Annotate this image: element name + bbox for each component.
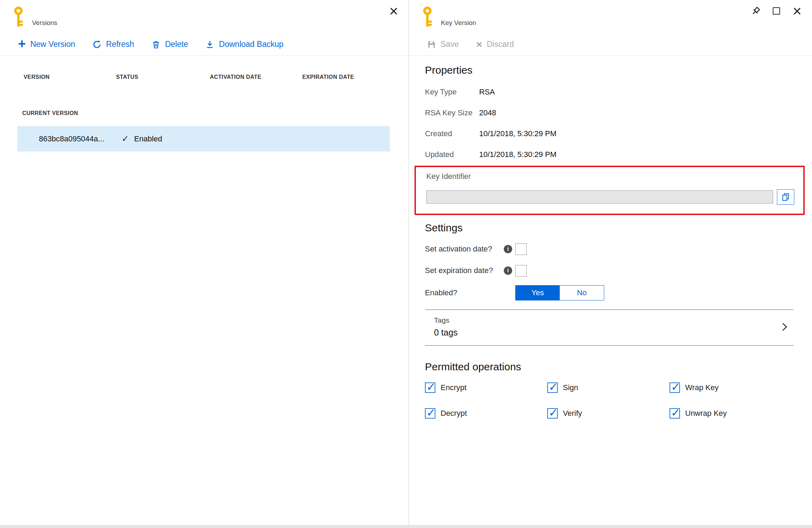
save-button[interactable]: Save bbox=[427, 40, 459, 49]
field-key-type: Key Type RSA bbox=[425, 87, 794, 97]
settings-heading: Settings bbox=[425, 222, 794, 234]
close-icon[interactable]: × bbox=[389, 5, 398, 17]
versions-panel-header: Versions × bbox=[0, 0, 409, 33]
trash-icon bbox=[151, 40, 161, 49]
op-verify: Verify bbox=[547, 408, 670, 419]
field-label: Key Type bbox=[425, 87, 479, 97]
copy-icon bbox=[781, 192, 790, 201]
key-identifier-input[interactable] bbox=[426, 190, 773, 204]
field-value: RSA bbox=[479, 87, 495, 97]
key-version-header-actions: × bbox=[751, 5, 802, 17]
encrypt-checkbox[interactable] bbox=[425, 382, 435, 393]
versions-panel: Versions × + New Version Refresh bbox=[0, 0, 409, 528]
permitted-operations-grid: Encrypt Sign Wrap Key Decrypt Verify bbox=[425, 382, 794, 419]
op-label: Unwrap Key bbox=[685, 409, 727, 418]
tags-count: 0 tags bbox=[434, 328, 458, 338]
op-decrypt: Decrypt bbox=[425, 408, 547, 419]
enabled-yes-button[interactable]: Yes bbox=[516, 286, 560, 300]
set-activation-row: Set activation date? i bbox=[425, 243, 794, 255]
key-version-panel-header: Key Version × bbox=[409, 0, 812, 33]
op-sign: Sign bbox=[547, 382, 670, 393]
save-label: Save bbox=[441, 40, 459, 49]
tags-text: Tags 0 tags bbox=[434, 316, 458, 338]
set-activation-checkbox[interactable] bbox=[515, 244, 527, 255]
version-status: ✓ Enabled bbox=[122, 134, 162, 144]
close-icon[interactable]: × bbox=[793, 5, 802, 17]
field-value: 10/1/2018, 5:30:29 PM bbox=[479, 129, 557, 139]
new-version-button[interactable]: + New Version bbox=[18, 40, 75, 49]
discard-x-icon: × bbox=[476, 40, 482, 49]
key-icon bbox=[421, 7, 433, 27]
versions-table-header: VERSION STATUS ACTIVATION DATE EXPIRATIO… bbox=[0, 74, 409, 80]
versions-header-actions: × bbox=[389, 5, 398, 17]
discard-label: Discard bbox=[487, 40, 514, 49]
op-unwrap-key: Unwrap Key bbox=[670, 408, 794, 419]
field-updated: Updated 10/1/2018, 5:30:29 PM bbox=[425, 150, 794, 159]
key-version-panel: Key Version × bbox=[409, 0, 812, 528]
key-version-toolbar: Save × Discard bbox=[409, 33, 812, 56]
permitted-operations-heading: Permitted operations bbox=[425, 361, 794, 373]
discard-button[interactable]: × Discard bbox=[476, 40, 514, 49]
status-text: Enabled bbox=[134, 134, 162, 143]
key-icon bbox=[13, 7, 24, 27]
plus-icon: + bbox=[18, 39, 26, 49]
new-version-label: New Version bbox=[30, 40, 75, 49]
op-wrap-key: Wrap Key bbox=[670, 382, 794, 393]
info-icon[interactable]: i bbox=[504, 266, 512, 275]
info-icon[interactable]: i bbox=[504, 245, 512, 253]
enabled-toggle: Yes No bbox=[515, 285, 604, 300]
tags-row[interactable]: Tags 0 tags bbox=[425, 310, 794, 346]
key-vault-window: Versions × + New Version Refresh bbox=[0, 0, 812, 528]
copy-button[interactable] bbox=[777, 189, 794, 205]
refresh-label: Refresh bbox=[106, 40, 134, 49]
set-activation-label: Set activation date? bbox=[425, 245, 504, 254]
field-created: Created 10/1/2018, 5:30:29 PM bbox=[425, 129, 794, 139]
save-icon bbox=[427, 40, 436, 49]
download-icon bbox=[205, 40, 214, 49]
field-value: 2048 bbox=[479, 108, 496, 118]
enabled-no-button[interactable]: No bbox=[560, 286, 604, 300]
column-header-expiration: EXPIRATION DATE bbox=[302, 74, 409, 80]
set-expiration-row: Set expiration date? i bbox=[425, 264, 794, 277]
pin-icon[interactable] bbox=[751, 7, 760, 16]
versions-panel-title: Versions bbox=[32, 19, 57, 27]
maximize-icon[interactable] bbox=[773, 7, 780, 15]
window-bottom-edge bbox=[0, 525, 812, 528]
field-label: Created bbox=[425, 129, 479, 139]
key-identifier-label: Key Identifier bbox=[426, 172, 794, 181]
versions-toolbar: + New Version Refresh Delete bbox=[0, 33, 409, 56]
current-version-label: CURRENT VERSION bbox=[0, 110, 409, 116]
set-expiration-label: Set expiration date? bbox=[425, 266, 504, 275]
field-label: RSA Key Size bbox=[425, 108, 479, 118]
delete-button[interactable]: Delete bbox=[151, 40, 188, 49]
field-rsa-key-size: RSA Key Size 2048 bbox=[425, 108, 794, 118]
delete-label: Delete bbox=[165, 40, 188, 49]
version-row[interactable]: 863bc8a095044a... ✓ Enabled bbox=[17, 126, 390, 151]
column-header-version: VERSION bbox=[24, 74, 116, 80]
column-header-status: STATUS bbox=[116, 74, 210, 80]
unwrap-key-checkbox[interactable] bbox=[670, 408, 680, 419]
field-label: Updated bbox=[425, 150, 479, 159]
op-label: Sign bbox=[563, 383, 578, 392]
check-icon: ✓ bbox=[122, 134, 129, 144]
decrypt-checkbox[interactable] bbox=[425, 408, 435, 419]
properties-heading: Properties bbox=[425, 64, 794, 76]
download-backup-button[interactable]: Download Backup bbox=[205, 40, 283, 49]
op-label: Decrypt bbox=[441, 409, 467, 418]
download-backup-label: Download Backup bbox=[219, 40, 283, 49]
version-id: 863bc8a095044a... bbox=[17, 134, 122, 143]
sign-checkbox[interactable] bbox=[547, 382, 558, 393]
enabled-row: Enabled? Yes No bbox=[425, 285, 794, 300]
refresh-button[interactable]: Refresh bbox=[92, 40, 134, 49]
verify-checkbox[interactable] bbox=[547, 408, 558, 419]
wrap-key-checkbox[interactable] bbox=[670, 382, 680, 393]
field-value: 10/1/2018, 5:30:29 PM bbox=[479, 150, 557, 159]
column-header-activation: ACTIVATION DATE bbox=[210, 74, 302, 80]
key-version-panel-title: Key Version bbox=[441, 19, 476, 27]
op-label: Verify bbox=[563, 409, 582, 418]
set-expiration-checkbox[interactable] bbox=[515, 265, 527, 277]
enabled-label: Enabled? bbox=[425, 288, 515, 297]
key-identifier-row bbox=[426, 189, 794, 205]
op-label: Encrypt bbox=[441, 383, 467, 392]
refresh-icon bbox=[92, 40, 101, 49]
